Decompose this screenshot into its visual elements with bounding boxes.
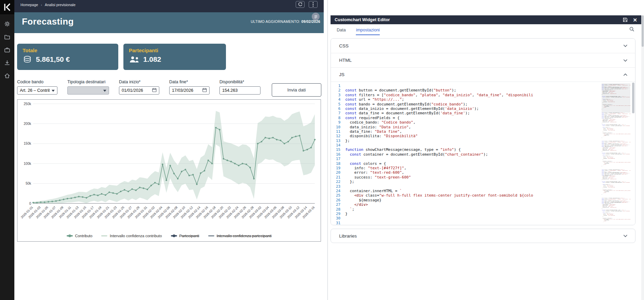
code-line[interactable]: 11 data_fine: "Data fine", xyxy=(331,129,601,134)
code-lines[interactable]: 1 2const button = document.getElementByI… xyxy=(331,84,601,225)
calendar-icon[interactable] xyxy=(202,88,207,93)
calendar-icon[interactable] xyxy=(152,88,157,93)
forecast-chart-container: 050k100k150k200k250k2026-01-012026-01-03… xyxy=(17,99,321,242)
code-line[interactable]: 16 const container = document.getElement… xyxy=(331,152,601,157)
line-number: 9 xyxy=(331,120,340,125)
settings-gear-icon[interactable] xyxy=(4,21,10,27)
more-options-button[interactable] xyxy=(309,1,318,8)
code-line[interactable]: 10 data_inizio: "Data inizio", xyxy=(331,125,601,129)
code-line[interactable]: 5const bando = document.getElementById("… xyxy=(331,102,601,106)
code-line[interactable]: 31 xyxy=(331,221,601,225)
page-header: Forecasting ULTIMO AGGIORNAMENTO: 09/02/… xyxy=(14,12,324,33)
line-number: 20 xyxy=(331,170,340,175)
code-line[interactable]: 19 info: "text-[#4f727f]", xyxy=(331,166,601,170)
line-number: 28 xyxy=(331,207,340,212)
code-line[interactable]: 9 codice_bando: "Codice bando", xyxy=(331,120,601,125)
code-line[interactable]: 6const data_inizio = document.getElement… xyxy=(331,106,601,111)
code-line[interactable]: 2const button = document.getElementById(… xyxy=(331,88,601,92)
code-line[interactable]: 12 disponibilita: "Disponibilità" xyxy=(331,134,601,138)
code-line[interactable]: 7const data_fine = document.getElementBy… xyxy=(331,111,601,115)
code-line[interactable]: 29} xyxy=(331,212,601,216)
line-number: 31 xyxy=(331,221,340,225)
code-line[interactable]: 4const url = "https://..."; xyxy=(331,97,601,102)
filter-tipologia-destinatari: Tipologia destinatari xyxy=(67,80,109,95)
line-number: 27 xyxy=(331,202,340,207)
invia-dati-button[interactable]: Invia dati xyxy=(272,83,321,97)
code-editor[interactable]: 1 2const button = document.getElementByI… xyxy=(331,82,635,225)
line-number: 22 xyxy=(331,180,340,184)
filter-label: Codice bando xyxy=(17,80,57,84)
data-inizio-input[interactable]: 01/01/2026 xyxy=(119,86,159,95)
accordion-html[interactable]: HTML xyxy=(331,53,635,67)
forecast-chart: 050k100k150k200k250k2026-01-012026-01-03… xyxy=(18,101,320,230)
minimap-viewport[interactable] xyxy=(602,83,630,113)
code-line[interactable]: 18 const colors = { xyxy=(331,161,601,166)
settings-accordion: CSS HTML JS 1 2const button = document.g… xyxy=(331,38,635,225)
select-value: Art. 26 – Contribu xyxy=(20,88,50,93)
breadcrumb: Homepage › Analisi previsionale xyxy=(21,3,76,7)
code-line[interactable]: 17 xyxy=(331,157,601,161)
close-icon[interactable]: ✕ xyxy=(633,17,637,23)
line-number: 19 xyxy=(331,166,340,170)
code-line[interactable]: 14 xyxy=(331,143,601,147)
code-line[interactable]: 24 container.innerHTML = ` xyxy=(331,189,601,193)
line-number: 11 xyxy=(331,129,340,134)
home-icon[interactable] xyxy=(4,73,10,79)
widget-editor-panel: Customchart Widget Editor ✕ Dataimpostaz… xyxy=(327,0,644,300)
legend-label: Contributo xyxy=(75,234,93,238)
editor-scrollbar[interactable] xyxy=(631,82,635,225)
data-fine-input[interactable]: 17/03/2026 xyxy=(169,86,210,95)
legend-label: Intervallo confidenza contributo xyxy=(110,234,162,238)
code-line[interactable]: 15function showChartMessage(message, typ… xyxy=(331,147,601,152)
panel-scrollbar[interactable] xyxy=(641,15,644,300)
code-line[interactable]: 25 <div class="w-full h-full flex items-… xyxy=(331,193,601,198)
code-line[interactable]: 22 }; xyxy=(331,180,601,184)
code-line[interactable]: 1 xyxy=(331,84,601,88)
tab-data[interactable]: Data xyxy=(337,28,346,35)
editor-minimap[interactable]: const button = document.getElementById("… xyxy=(602,83,630,223)
code-line[interactable]: 8const requiredFields = { xyxy=(331,116,601,120)
code-line[interactable]: 27 </div> xyxy=(331,202,601,207)
code-line[interactable]: 13}; xyxy=(331,139,601,143)
editor-title: Customchart Widget Editor xyxy=(335,17,390,22)
legend-item-partecipanti[interactable]: Partecipanti xyxy=(171,234,199,238)
legend-item-intervallo-confidenza-contributo[interactable]: Intervallo confidenza contributo xyxy=(101,234,162,238)
refresh-button[interactable] xyxy=(296,1,305,8)
code-line[interactable]: 23 xyxy=(331,184,601,189)
briefcase-icon[interactable] xyxy=(4,47,10,53)
folder-icon[interactable] xyxy=(4,34,10,40)
accordion-libraries[interactable]: Libraries xyxy=(331,229,635,243)
codice-bando-select[interactable]: Art. 26 – Contribu xyxy=(17,86,57,95)
accordion-css-label: CSS xyxy=(339,43,349,48)
app-logo[interactable] xyxy=(0,0,14,14)
save-icon[interactable] xyxy=(623,17,628,22)
panel-scrollbar-thumb[interactable] xyxy=(642,15,644,47)
legend-item-contributo[interactable]: Contributo xyxy=(67,234,93,238)
line-number: 17 xyxy=(331,157,340,161)
line-number: 13 xyxy=(331,139,340,143)
libraries-label: Libraries xyxy=(339,233,357,239)
search-icon[interactable] xyxy=(629,27,634,33)
accordion-html-label: HTML xyxy=(339,58,352,63)
code-line[interactable]: 26 ${message} xyxy=(331,198,601,202)
line-number: 29 xyxy=(331,212,340,216)
chevron-down-icon xyxy=(623,59,628,62)
accordion-css[interactable]: CSS xyxy=(331,39,635,53)
download-icon[interactable] xyxy=(4,60,10,66)
accordion-js-label: JS xyxy=(339,72,345,77)
breadcrumb-separator: › xyxy=(41,3,42,7)
code-line[interactable]: 20 error: "text-red-600", xyxy=(331,170,601,175)
legend-item-intervallo-confidenza-partecipanti[interactable]: Intervallo confidenza partecipanti xyxy=(208,234,272,238)
editor-scrollbar-thumb[interactable] xyxy=(632,83,634,113)
line-number: 15 xyxy=(331,147,340,152)
code-line[interactable]: 28 `; xyxy=(331,207,601,212)
code-line[interactable]: 21 success: "text-green-600" xyxy=(331,175,601,180)
tipologia-destinatari-select[interactable] xyxy=(67,86,109,95)
disponibilit-input[interactable]: 154.263 xyxy=(219,86,260,95)
code-line[interactable]: 30 xyxy=(331,216,601,220)
tab-impostazioni[interactable]: impostazioni xyxy=(356,28,379,35)
breadcrumb-homepage[interactable]: Homepage xyxy=(21,3,38,7)
legend-label: Partecipanti xyxy=(179,234,199,238)
accordion-js[interactable]: JS xyxy=(331,67,635,82)
code-line[interactable]: 3const filters = ["codice_bando", "plate… xyxy=(331,93,601,97)
